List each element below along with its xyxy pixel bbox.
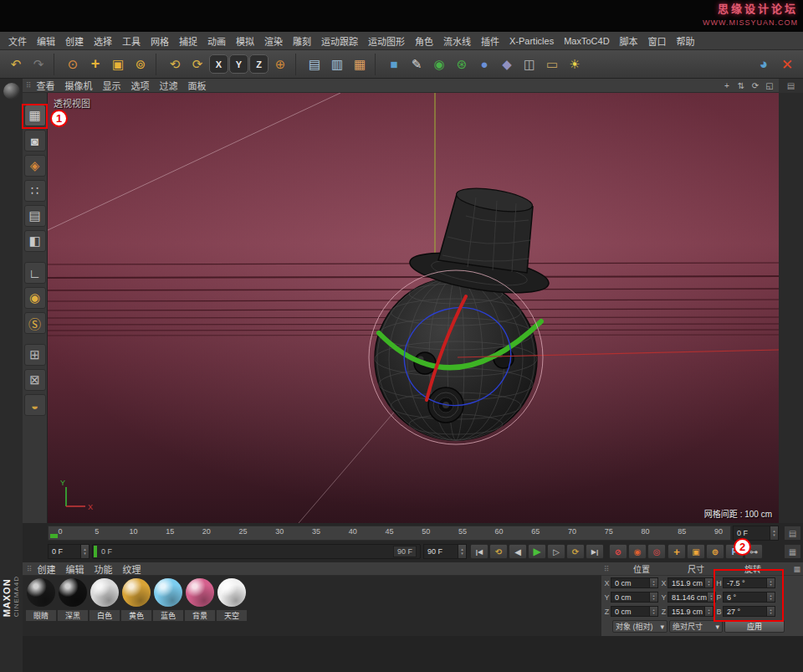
dolly-view-icon[interactable]: ⇅ bbox=[735, 80, 747, 91]
render-settings-icon[interactable]: ▦ bbox=[349, 54, 371, 75]
field-value[interactable]: 151.9 cm bbox=[667, 606, 705, 617]
live-selection-icon[interactable]: ⊙ bbox=[62, 54, 84, 75]
workplane-mode-icon[interactable]: ◈ bbox=[24, 155, 46, 177]
spinner[interactable]: ▴▾ bbox=[705, 606, 713, 617]
environment-icon[interactable]: ▭ bbox=[541, 54, 563, 75]
points-mode-icon[interactable]: ∷ bbox=[24, 180, 46, 202]
vp-menu-view[interactable]: 查看 bbox=[33, 79, 59, 92]
render-view-icon[interactable]: ▤ bbox=[304, 54, 325, 75]
material-background[interactable]: 背景 bbox=[184, 578, 216, 636]
spinner[interactable]: ▴▾ bbox=[81, 544, 90, 559]
vp-menu-options[interactable]: 选项 bbox=[127, 79, 154, 92]
material-white[interactable]: 白色 bbox=[89, 578, 120, 636]
mat-menu-edit[interactable]: 编辑 bbox=[62, 562, 89, 576]
next-frame-icon[interactable]: ▷ bbox=[547, 544, 565, 559]
spinner[interactable]: ▴▾ bbox=[650, 606, 658, 617]
material-blue[interactable]: 蓝色 bbox=[152, 578, 184, 636]
object-mode-dropdown[interactable]: 对象 (相对) ▾ bbox=[612, 620, 667, 633]
record-position-toggle[interactable]: + bbox=[667, 544, 686, 559]
toggle-layout-icon[interactable]: ◱ bbox=[764, 80, 775, 91]
interface-layout-icon[interactable]: ◕ bbox=[753, 54, 775, 75]
field-value[interactable]: 0 cm bbox=[611, 592, 650, 603]
spinner[interactable]: ▴▾ bbox=[770, 526, 779, 541]
spinner[interactable]: ▴▾ bbox=[650, 592, 658, 603]
field-value[interactable]: 0 cm bbox=[611, 577, 650, 588]
spinner[interactable]: ▴▾ bbox=[650, 577, 658, 588]
frame-value[interactable]: 90 F bbox=[423, 544, 458, 559]
playback-menu-icon[interactable]: ▦ bbox=[784, 544, 801, 559]
menu-mesh[interactable]: 网格 bbox=[146, 34, 174, 48]
size-z-field[interactable]: Z 151.9 cm▴▾ bbox=[660, 606, 713, 617]
menu-edit[interactable]: 编辑 bbox=[32, 34, 60, 48]
mat-menu-function[interactable]: 功能 bbox=[90, 562, 117, 576]
current-frame-marker[interactable] bbox=[50, 534, 58, 538]
menu-sculpt[interactable]: 雕刻 bbox=[288, 34, 316, 48]
menu-window[interactable]: 窗口 bbox=[643, 34, 672, 48]
position-y-field[interactable]: Y 0 cm▴▾ bbox=[603, 592, 658, 603]
snap-icon[interactable]: Ⓢ bbox=[24, 312, 46, 334]
vp-menu-panel[interactable]: 面板 bbox=[184, 79, 211, 92]
timeline-range-slider[interactable]: 0 F 90 F bbox=[92, 544, 421, 559]
menu-snap[interactable]: 捕捉 bbox=[174, 34, 202, 48]
prev-frame-icon[interactable]: ◀ bbox=[509, 544, 527, 559]
play-reverse-icon[interactable]: ⟲ bbox=[489, 544, 508, 559]
menu-motion-tracker[interactable]: 运动跟踪 bbox=[316, 34, 363, 48]
menu-script[interactable]: 脚本 bbox=[615, 34, 643, 48]
camera-icon[interactable]: ◫ bbox=[519, 54, 540, 75]
menu-pipeline[interactable]: 流水线 bbox=[438, 34, 476, 48]
quantize-icon[interactable]: ⊠ bbox=[24, 369, 46, 391]
range-end-label[interactable]: 90 F bbox=[393, 546, 417, 557]
record-rotation-toggle[interactable]: ⊚ bbox=[706, 544, 724, 559]
material-sky[interactable]: 天空 bbox=[216, 578, 248, 636]
range-end-field[interactable]: 90 F ▴▾ bbox=[423, 544, 467, 559]
menu-tools[interactable]: 工具 bbox=[117, 34, 146, 48]
goto-start-icon[interactable]: |◀ bbox=[470, 544, 488, 559]
apply-button[interactable]: 应用 bbox=[724, 620, 785, 633]
menu-help[interactable]: 帮助 bbox=[672, 34, 700, 48]
goto-end-icon[interactable]: ▶| bbox=[586, 544, 604, 559]
field-value[interactable]: 151.9 cm bbox=[667, 577, 705, 588]
menu-create[interactable]: 创建 bbox=[60, 34, 89, 48]
orbit-view-icon[interactable]: ⟳ bbox=[749, 80, 761, 91]
close-layout-icon[interactable]: ✕ bbox=[776, 54, 798, 75]
menu-plugins[interactable]: 插件 bbox=[476, 34, 504, 48]
coordinate-system-icon[interactable]: ⊕ bbox=[269, 54, 291, 75]
interface-sphere-icon[interactable] bbox=[3, 83, 20, 100]
viewport-canvas[interactable]: Y X 透视视图 网格间距 : 100 cm bbox=[48, 93, 779, 523]
undo-icon[interactable]: ↶ bbox=[5, 54, 27, 75]
menu-mograph[interactable]: 运动图形 bbox=[363, 34, 410, 48]
texture-mode-icon[interactable]: ◙ bbox=[24, 130, 46, 151]
menu-x-particles[interactable]: X-Particles bbox=[504, 36, 559, 46]
mograph-icon[interactable]: ⊛ bbox=[451, 54, 473, 75]
last-tool-icon[interactable]: ⟲ bbox=[164, 54, 186, 75]
menu-maxtoc4d[interactable]: MaxToC4D bbox=[559, 36, 614, 46]
play-icon[interactable]: ▶ bbox=[528, 544, 546, 559]
light-icon[interactable]: ☀ bbox=[564, 54, 586, 75]
spinner[interactable]: ▴▾ bbox=[705, 577, 713, 588]
panel-grip-icon[interactable]: ⠿ bbox=[27, 565, 32, 573]
solo-mode-icon[interactable]: ◉ bbox=[24, 287, 46, 309]
timeline-menu-icon[interactable]: ▤ bbox=[784, 526, 801, 541]
redo-icon[interactable]: ↷ bbox=[28, 54, 49, 75]
record-scale-toggle[interactable]: ▣ bbox=[687, 544, 705, 559]
panel-grip-icon[interactable]: ⠿ bbox=[26, 81, 31, 90]
y-axis-lock-icon[interactable]: Y bbox=[229, 54, 248, 74]
menu-character[interactable]: 角色 bbox=[410, 34, 438, 48]
menu-select[interactable]: 选择 bbox=[89, 34, 117, 48]
move-tool-icon[interactable]: + bbox=[84, 54, 106, 75]
render-picture-viewer-icon[interactable]: ▥ bbox=[326, 54, 348, 75]
magnet-icon[interactable]: ◒ bbox=[24, 394, 46, 416]
record-keyframe-icon[interactable]: ◉ bbox=[628, 544, 647, 559]
vp-menu-camera[interactable]: 摄像机 bbox=[61, 79, 97, 92]
z-axis-lock-icon[interactable]: Z bbox=[249, 54, 269, 74]
size-y-field[interactable]: Y 81.146 cm▴▾ bbox=[660, 592, 713, 603]
vp-menu-display[interactable]: 显示 bbox=[99, 79, 125, 92]
position-x-field[interactable]: X 0 cm▴▾ bbox=[603, 577, 658, 588]
spline-pen-icon[interactable]: ✎ bbox=[406, 54, 427, 75]
primitive-cube-icon[interactable]: ■ bbox=[383, 54, 405, 75]
size-x-field[interactable]: X 151.9 cm▴▾ bbox=[660, 577, 713, 588]
coords-menu-icon[interactable]: ▦ bbox=[793, 565, 800, 573]
scale-tool-icon[interactable]: ▣ bbox=[107, 54, 129, 75]
autokey-icon[interactable]: ◎ bbox=[647, 544, 666, 559]
material-black[interactable]: 深黑 bbox=[57, 578, 89, 636]
